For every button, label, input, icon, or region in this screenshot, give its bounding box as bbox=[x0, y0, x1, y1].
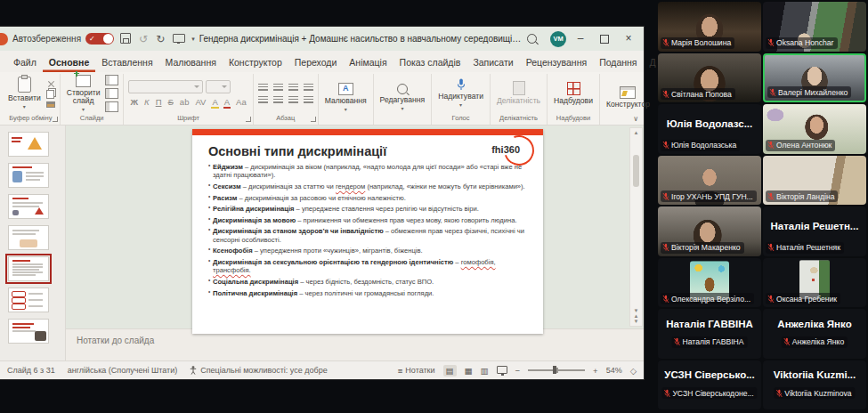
slide-thumbnail-6[interactable] bbox=[8, 287, 49, 312]
strikethrough-button[interactable]: S bbox=[166, 98, 175, 107]
notes-toggle-button[interactable]: ≡Нотатки bbox=[398, 366, 435, 376]
new-slide-button[interactable]: Створити слайд▾ bbox=[65, 75, 102, 112]
slide-sorter-view-button[interactable]: ▦ bbox=[465, 366, 473, 376]
character-spacing-button[interactable]: ab bbox=[178, 98, 191, 107]
addins-button[interactable]: Надбудови bbox=[552, 82, 595, 105]
tab-draw[interactable]: Малювання bbox=[159, 54, 223, 72]
zoom-level[interactable]: 54% bbox=[606, 366, 622, 375]
participant-tile-8[interactable]: Вікторія Ландіна bbox=[763, 156, 866, 206]
normal-view-button[interactable]: ▤ bbox=[443, 365, 457, 377]
dialog-launcher-icon[interactable] bbox=[53, 117, 58, 122]
close-button[interactable]: × bbox=[619, 27, 638, 51]
align-center-icon[interactable] bbox=[273, 96, 283, 103]
slide-thumbnail-5-selected[interactable] bbox=[8, 256, 49, 281]
cut-icon[interactable] bbox=[47, 80, 54, 87]
accessibility-status[interactable]: Спеціальні можливості: усе добре bbox=[190, 366, 327, 375]
participant-tile-2[interactable]: Oksana Honchar bbox=[763, 2, 866, 52]
slideshow-button[interactable] bbox=[497, 366, 507, 376]
change-case-button[interactable]: Aa bbox=[234, 98, 248, 107]
start-presentation-button[interactable] bbox=[171, 34, 187, 45]
paste-button[interactable]: Вставити▾ bbox=[6, 77, 43, 109]
slide-thumbnail-7[interactable] bbox=[8, 319, 49, 344]
section-icon[interactable] bbox=[105, 101, 118, 112]
slide-canvas[interactable]: Основні типи дискримінації fhi360 Ейджиз… bbox=[192, 129, 543, 334]
tab-insert[interactable]: Вставлення bbox=[95, 54, 158, 72]
participant-tile-12[interactable]: Оксана Гребеник bbox=[763, 258, 866, 308]
autosave-toggle[interactable]: ✓ bbox=[85, 33, 114, 45]
sensitivity-button[interactable]: Делікатність bbox=[495, 81, 542, 105]
reading-view-button[interactable]: ▥ bbox=[481, 366, 489, 376]
font-size-select[interactable] bbox=[206, 80, 231, 93]
tab-review[interactable]: Рецензування bbox=[520, 54, 593, 72]
align-right-icon[interactable] bbox=[288, 96, 298, 103]
underline-button[interactable]: П bbox=[154, 98, 164, 107]
indent-icon[interactable] bbox=[288, 84, 298, 91]
slide-thumbnail-4[interactable] bbox=[8, 225, 49, 250]
account-avatar[interactable]: VM bbox=[550, 31, 566, 47]
participant-tile-4-active-speaker[interactable]: Валері Михайленко bbox=[763, 53, 866, 103]
participant-tile-10[interactable]: Наталія Решетн... Наталія Решетняк bbox=[763, 206, 866, 256]
minimize-button[interactable]: – bbox=[571, 27, 590, 51]
qat-customize-icon[interactable]: ▾ bbox=[191, 36, 195, 43]
tab-home[interactable]: Основне bbox=[43, 54, 95, 72]
slide-layout-icon[interactable] bbox=[105, 75, 118, 85]
language-indicator[interactable]: англійська (Сполучені Штати) bbox=[68, 366, 178, 375]
italic-button[interactable]: К bbox=[142, 98, 151, 107]
next-slide-icon[interactable]: ▼ bbox=[634, 319, 639, 324]
tab-record[interactable]: Записати bbox=[466, 54, 519, 72]
participant-tile-5[interactable]: Юлія Водолазс... Юлія Водолазська bbox=[658, 104, 761, 154]
slide-indicator[interactable]: Слайд 6 з 31 bbox=[7, 366, 55, 375]
zoom-in-button[interactable]: + bbox=[593, 366, 598, 376]
scrollbar-thumb[interactable] bbox=[633, 155, 639, 187]
vertical-scrollbar[interactable]: ▲ ▼ ▲ ▼ bbox=[629, 127, 643, 327]
redo-button[interactable]: ↻ bbox=[154, 34, 166, 45]
text-effects-button[interactable]: AV bbox=[193, 98, 207, 107]
slide-thumbnail-1[interactable] bbox=[8, 132, 49, 157]
dictate-button[interactable]: Надиктувати▾ bbox=[436, 78, 485, 108]
highlight-color-button[interactable]: А bbox=[210, 97, 219, 107]
participant-tile-1[interactable]: Марія Волошина bbox=[658, 2, 761, 52]
slide-thumbnail-3[interactable] bbox=[8, 194, 49, 219]
dialog-launcher-icon[interactable] bbox=[246, 117, 251, 122]
participant-tile-9[interactable]: Вікторія Макаренко bbox=[658, 206, 761, 256]
zoom-slider[interactable] bbox=[528, 369, 585, 370]
tab-design[interactable]: Конструктор bbox=[223, 54, 288, 72]
search-icon[interactable] bbox=[527, 34, 537, 44]
participant-tile-14[interactable]: Анжеліка Янко Анжеліка Янко bbox=[763, 309, 866, 359]
tab-file[interactable]: Файл bbox=[7, 54, 43, 72]
participant-tile-3[interactable]: Світлана Попова bbox=[658, 53, 761, 103]
participant-tile-6[interactable]: Олена Антонюк bbox=[763, 104, 866, 154]
participant-tile-13[interactable]: Наталія ГАВВІНА Наталія ГАВВІНА bbox=[658, 309, 761, 359]
participant-tile-11[interactable]: Олександра Верзіло... bbox=[658, 258, 761, 308]
tab-animations[interactable]: Анімація bbox=[343, 54, 393, 72]
scroll-up-icon[interactable]: ▲ bbox=[634, 130, 639, 135]
slide-thumbnail-2[interactable] bbox=[8, 163, 49, 188]
tab-view[interactable]: Подання bbox=[593, 54, 643, 72]
bullets-icon[interactable] bbox=[258, 84, 268, 91]
undo-button[interactable]: ↺ bbox=[137, 34, 150, 45]
document-title[interactable]: Гендерна дискримінація + Домашнє насильс… bbox=[199, 34, 523, 44]
line-spacing-icon[interactable] bbox=[304, 84, 313, 91]
copy-icon[interactable] bbox=[46, 90, 54, 99]
numbering-icon[interactable] bbox=[273, 84, 283, 91]
tab-slideshow[interactable]: Показ слайдів bbox=[393, 54, 467, 72]
zoom-out-button[interactable]: − bbox=[515, 366, 521, 376]
font-name-select[interactable] bbox=[128, 80, 203, 93]
editing-button[interactable]: Редагування▾ bbox=[378, 84, 427, 111]
align-left-icon[interactable] bbox=[258, 96, 268, 103]
save-button[interactable] bbox=[118, 33, 133, 45]
participant-tile-15[interactable]: УСЗН Сіверсько... УСЗН Сіверськодоне... bbox=[658, 360, 761, 410]
zoom-slider-thumb[interactable] bbox=[553, 366, 556, 374]
text-direction-icon[interactable] bbox=[304, 96, 313, 103]
participant-tile-7[interactable]: Ігор УХАНЬ УПД ГУН... bbox=[658, 156, 761, 206]
reset-slide-icon[interactable] bbox=[105, 88, 118, 99]
format-painter-icon[interactable] bbox=[46, 101, 55, 108]
designer-button[interactable]: Конструктор bbox=[604, 86, 652, 109]
dialog-launcher-icon[interactable] bbox=[311, 117, 316, 122]
drawing-button[interactable]: AМалювання▾ bbox=[323, 83, 369, 112]
collapse-ribbon-icon[interactable]: ∨ bbox=[633, 115, 638, 123]
restore-button[interactable] bbox=[595, 27, 614, 51]
participant-tile-16[interactable]: Viktoriia Kuzmi... Viktoriia Kuzminova bbox=[763, 360, 866, 410]
bold-button[interactable]: Ж bbox=[128, 98, 140, 107]
font-color-button[interactable]: А bbox=[223, 97, 231, 107]
